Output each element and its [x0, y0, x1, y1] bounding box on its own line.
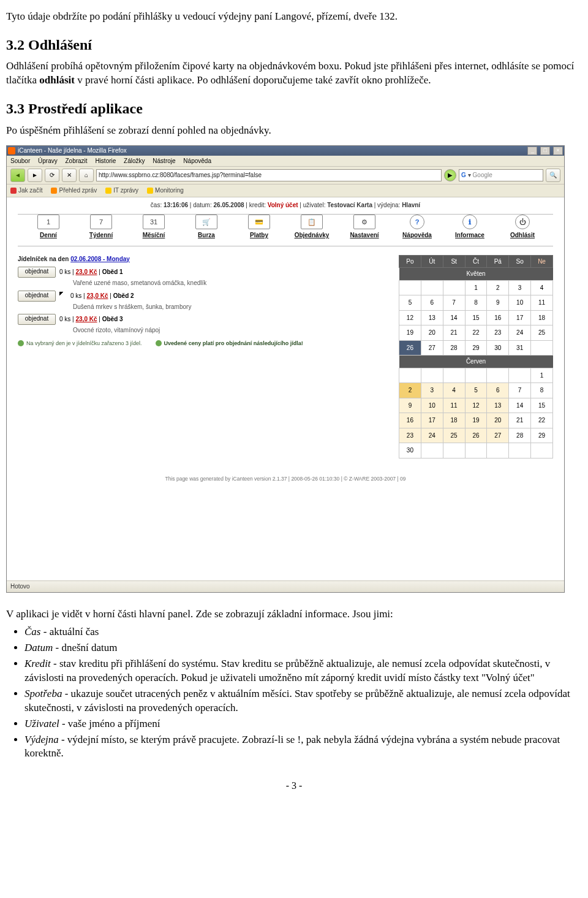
- close-button[interactable]: ×: [553, 146, 563, 155]
- nav-tydenni[interactable]: 7Týdenní: [75, 215, 127, 240]
- calendar-1-icon: 1: [37, 215, 59, 229]
- nav-informace[interactable]: ℹInformace: [443, 215, 496, 240]
- menu-date-link[interactable]: 02.06.2008 - Monday: [70, 256, 130, 262]
- screenshot: iCanteen - Naše jídelna - Mozilla Firefo…: [6, 145, 582, 593]
- search-go-button[interactable]: 🔍: [546, 169, 560, 182]
- gear-icon: ⚙: [353, 215, 375, 229]
- para-3-2: Odhlášení probíhá opětovným přiložením č…: [6, 59, 582, 88]
- window-title: iCanteen - Naše jídelna - Mozilla Firefo…: [18, 146, 526, 155]
- bullet-spotreba: Spotřeba - ukazuje součet utracených pen…: [24, 687, 582, 715]
- nav-napoveda[interactable]: ?Nápověda: [391, 215, 443, 240]
- nav-nastaveni[interactable]: ⚙Nastavení: [338, 215, 391, 240]
- google-g-icon: G: [461, 171, 466, 180]
- meal-row-1: objednat 0 ks | 23,0 Kč | Oběd 1: [18, 267, 374, 278]
- calendar-panel: PoÚtSt ČtPáSo Ne Květen 1234 567891011 1…: [399, 255, 553, 459]
- intro-paragraph: Tyto údaje obdržíte po podání přihlášky …: [6, 10, 582, 24]
- browser-statusbar: Hotovo: [7, 580, 564, 592]
- nav-burza[interactable]: 🛒Burza: [180, 215, 233, 240]
- para-3-2-c: v pravé horní části aplikace. Po odhláše…: [75, 74, 431, 86]
- meals-panel: Jídelníček na den 02.06.2008 - Monday ob…: [18, 255, 374, 347]
- bookmark-jak-zacit[interactable]: Jak začít: [10, 186, 42, 195]
- menu-historie[interactable]: Historie: [95, 158, 116, 164]
- menubar: Soubor Úpravy Zobrazit Historie Záložky …: [7, 156, 564, 167]
- nav-objednavky[interactable]: 📋Objednávky: [285, 215, 338, 240]
- meal-row-2: objednat 0 ks | 23,0 Kč | Oběd 2: [18, 291, 374, 302]
- menu-napoveda[interactable]: Nápověda: [183, 158, 211, 164]
- menu-soubor[interactable]: Soubor: [10, 158, 30, 164]
- url-input[interactable]: http://www.sspbrno.cz:8080/faces/frames.…: [96, 169, 442, 181]
- menu-zobrazit[interactable]: Zobrazit: [66, 158, 88, 164]
- info-icon: ℹ: [462, 215, 477, 229]
- meal-row-3: objednat 0 ks | 23,0 Kč | Oběd 3: [18, 314, 374, 325]
- bullet-uzivatel: Uživatel - vaše jméno a příjmení: [24, 717, 582, 731]
- order-button-2[interactable]: objednat: [18, 291, 56, 302]
- card-icon: 💳: [248, 215, 270, 229]
- bookmark-prehled-zprav[interactable]: Přehled zpráv: [51, 186, 97, 195]
- app-statusline: čas: 13:16:06 | datum: 26.05.2008 | kred…: [7, 197, 564, 215]
- meal-desc-3: Ovocné rizoto, vitamínový nápoj: [73, 326, 374, 335]
- stop-button[interactable]: ✕: [62, 169, 77, 182]
- bullet-list: Čas - aktuální čas Datum - dnešní datum …: [24, 625, 582, 761]
- window-buttons: _ □ ×: [526, 146, 563, 155]
- list-icon: 📋: [301, 215, 323, 229]
- bookmark-it-zpravy[interactable]: IT zprávy: [105, 186, 138, 195]
- cart-icon: 🛒: [195, 215, 217, 229]
- para-3-3: Po úspěšném přihlášení se zobrazí denní …: [6, 124, 582, 138]
- order-button-3[interactable]: objednat: [18, 314, 56, 325]
- order-button-1[interactable]: objednat: [18, 267, 56, 278]
- app-nav: 1Denní 7Týdenní 31Měsíční 🛒Burza 💳Platby…: [7, 215, 564, 246]
- nav-platby[interactable]: 💳Platby: [233, 215, 285, 240]
- menu-upravy[interactable]: Úpravy: [38, 158, 58, 164]
- calendar-31-icon: 31: [143, 215, 165, 229]
- forward-button[interactable]: ►: [28, 169, 42, 182]
- bullet-kredit: Kredit - stav kreditu při přihlášení do …: [24, 657, 582, 685]
- viewport: čas: 13:16:06 | datum: 26.05.2008 | kred…: [7, 197, 564, 580]
- generated-by-footer: This page was generated by iCanteen vers…: [7, 459, 564, 489]
- calendar-today[interactable]: 26: [399, 340, 421, 356]
- info-notes: Na vybraný den je v jídelníčku zařazeno …: [18, 340, 374, 347]
- help-icon: ?: [410, 215, 424, 229]
- calendar-7-icon: 7: [90, 215, 112, 229]
- home-button[interactable]: ⌂: [79, 169, 94, 182]
- heading-3-2: 3.2 Odhlášení: [6, 35, 582, 55]
- nav-toolbar: ◄ ► ⟳ ✕ ⌂ http://www.sspbrno.cz:8080/fac…: [7, 167, 564, 185]
- search-placeholder: Google: [473, 171, 492, 180]
- blank-area: [7, 489, 564, 580]
- para-panel: V aplikaci je vidět v horní části hlavní…: [6, 607, 582, 622]
- bullet-datum: Datum - dnešní datum: [24, 641, 582, 655]
- reload-button[interactable]: ⟳: [45, 169, 59, 182]
- menu-nastroje[interactable]: Nástroje: [153, 158, 175, 164]
- maximize-button[interactable]: □: [540, 146, 550, 155]
- calendar-selected[interactable]: 2: [399, 383, 421, 398]
- bullet-cas: Čas - aktuální čas: [24, 625, 582, 639]
- nav-odhlasit[interactable]: ⏻Odhlásit: [496, 215, 549, 240]
- page-number: - 3 -: [6, 779, 582, 793]
- meal-desc-2: Dušená mrkev s hráškem, šunka, brambory: [73, 303, 374, 311]
- cursor-icon: [59, 292, 67, 300]
- power-icon: ⏻: [515, 215, 530, 229]
- menu-title: Jídelníček na den 02.06.2008 - Monday: [18, 255, 374, 264]
- heading-3-3: 3.3 Prostředí aplikace: [6, 99, 582, 118]
- meal-desc-1: Vařené uzené maso, smetanová omáčka, kne…: [73, 279, 374, 287]
- minimize-button[interactable]: _: [527, 146, 537, 155]
- para-3-2-b: odhlásit: [39, 74, 75, 86]
- menu-zalozky[interactable]: Záložky: [124, 158, 145, 164]
- nav-mesicni[interactable]: 31Měsíční: [127, 215, 180, 240]
- search-input[interactable]: G▾ Google: [459, 169, 543, 181]
- month-may-label: Květen: [399, 268, 553, 281]
- info-dot-icon: [156, 340, 162, 346]
- favicon-icon: [8, 147, 15, 154]
- month-june-label: Červen: [399, 356, 553, 368]
- browser-window: iCanteen - Naše jídelna - Mozilla Firefo…: [6, 145, 565, 593]
- nav-denni[interactable]: 1Denní: [22, 215, 75, 240]
- bookmark-monitoring[interactable]: Monitoring: [147, 186, 184, 195]
- titlebar: iCanteen - Naše jídelna - Mozilla Firefo…: [7, 146, 564, 156]
- bookmarks-bar: Jak začít Přehled zpráv IT zprávy Monito…: [7, 185, 564, 197]
- bullet-vydejna: Výdejna - výdejní místo, se kterým právě…: [24, 733, 582, 761]
- info-dot-icon: [18, 340, 24, 346]
- back-button[interactable]: ◄: [10, 169, 25, 182]
- calendar-table[interactable]: PoÚtSt ČtPáSo Ne Květen 1234 567891011 1…: [399, 255, 553, 459]
- go-button[interactable]: ▶: [444, 169, 456, 181]
